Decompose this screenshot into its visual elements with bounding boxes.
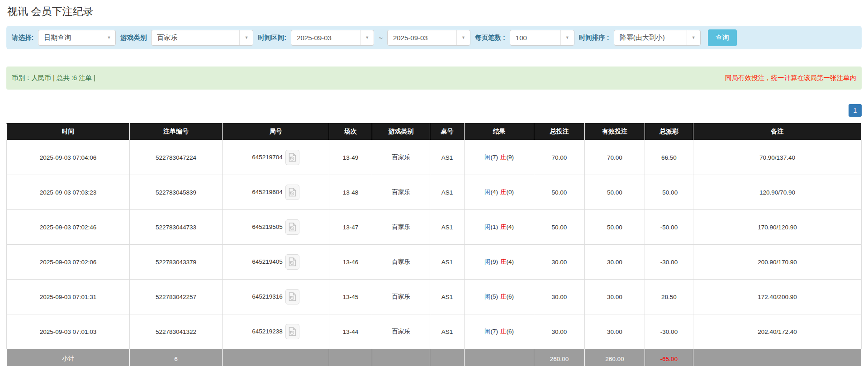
game-category-select[interactable]: 百家乐 ▼ <box>151 30 253 46</box>
subtotal-row: 小计 6 260.00 260.00 -65.00 <box>7 349 862 366</box>
cell-bet-id: 522783043379 <box>130 245 223 280</box>
table-row: 2025-09-03 07:02:06 522783043379 6452194… <box>7 245 862 280</box>
header-cell: 桌号 <box>430 124 465 140</box>
cell-payout: -50.00 <box>645 175 693 210</box>
cell-game-category: 百家乐 <box>372 175 430 210</box>
cell-total-bet-link[interactable]: 30.00 <box>534 314 585 349</box>
date-from-select[interactable]: 2025-09-03 ▼ <box>291 30 374 46</box>
cell-table-no: AS1 <box>430 280 465 314</box>
cell-total-bet-link[interactable]: 50.00 <box>534 210 585 245</box>
cell-total-bet-link[interactable]: 30.00 <box>534 280 585 314</box>
query-type-select[interactable]: 日期查询 ▼ <box>38 30 116 46</box>
cell-bet-id: 522783045839 <box>130 175 223 210</box>
result-player-label: 闲 <box>484 154 491 161</box>
video-file-icon <box>289 292 296 301</box>
cell-valid-bet: 30.00 <box>585 280 645 314</box>
cell-total-bet-link[interactable]: 50.00 <box>534 175 585 210</box>
result-banker-score: (6) <box>507 293 514 300</box>
cell-bet-id: 522783042257 <box>130 280 223 314</box>
subtotal-count: 6 <box>130 349 223 366</box>
page-1-button[interactable]: 1 <box>849 104 862 117</box>
cell-valid-bet: 50.00 <box>585 210 645 245</box>
cell-round-id: 645219704 <box>223 140 329 175</box>
cell-remark: 172.40/200.90 <box>693 280 862 314</box>
video-replay-button[interactable] <box>285 289 299 304</box>
cell-payout: -30.00 <box>645 314 693 349</box>
result-banker-score: (4) <box>507 258 514 265</box>
page-size-label: 每页笔数 : <box>475 33 505 42</box>
date-to-value: 2025-09-03 <box>388 30 456 45</box>
chevron-down-icon: ▼ <box>102 30 115 45</box>
cell-remark: 202.40/172.40 <box>693 314 862 349</box>
filter-bar: 请选择: 日期查询 ▼ 游戏类别 百家乐 ▼ 时间区间: 2025-09-03 … <box>6 26 862 49</box>
round-id-text: 645219238 <box>252 328 283 335</box>
header-cell: 有效投注 <box>585 124 645 140</box>
header-cell: 注单编号 <box>130 124 223 140</box>
cell-valid-bet: 30.00 <box>585 314 645 349</box>
result-banker-score: (9) <box>507 154 514 161</box>
cell-payout: -50.00 <box>645 210 693 245</box>
chevron-down-icon: ▼ <box>687 30 700 45</box>
header-cell: 结果 <box>465 124 534 140</box>
cell-total-bet-link[interactable]: 70.00 <box>534 140 585 175</box>
chevron-down-icon: ▼ <box>239 30 253 45</box>
page: 视讯 会员下注纪录 请选择: 日期查询 ▼ 游戏类别 百家乐 ▼ 时间区间: 2… <box>0 0 868 366</box>
cell-session: 13-45 <box>329 280 372 314</box>
cell-session: 13-47 <box>329 210 372 245</box>
video-replay-button[interactable] <box>285 185 299 200</box>
header-cell: 总派彩 <box>645 124 693 140</box>
page-size-value: 100 <box>510 30 560 45</box>
search-button[interactable]: 查询 <box>708 29 737 46</box>
cell-result: 闲(1)庄(4) <box>465 210 534 245</box>
cell-bet-id: 522783041322 <box>130 314 223 349</box>
subtotal-total-bet: 260.00 <box>534 349 585 366</box>
cell-game-category: 百家乐 <box>372 314 430 349</box>
result-player-score: (7) <box>491 154 498 161</box>
table-row: 2025-09-03 07:03:23 522783045839 6452196… <box>7 175 862 210</box>
table-row: 2025-09-03 07:04:06 522783047224 6452197… <box>7 140 862 175</box>
video-replay-button[interactable] <box>285 324 299 339</box>
game-category-value: 百家乐 <box>152 30 239 45</box>
video-replay-button[interactable] <box>285 254 299 270</box>
video-replay-button[interactable] <box>285 219 299 235</box>
result-player-score: (5) <box>491 293 498 300</box>
cell-payout: -30.00 <box>645 245 693 280</box>
result-banker-score: (0) <box>507 189 514 195</box>
cell-table-no: AS1 <box>430 210 465 245</box>
cell-remark: 170.90/120.90 <box>693 210 862 245</box>
cell-result: 闲(7)庄(9) <box>465 140 534 175</box>
query-type-value: 日期查询 <box>38 30 102 45</box>
result-player-score: (9) <box>491 258 498 265</box>
page-size-select[interactable]: 100 ▼ <box>510 30 574 46</box>
result-player-label: 闲 <box>484 223 491 230</box>
sort-value: 降幂(由大到小) <box>614 30 687 45</box>
result-banker-label: 庄 <box>500 328 507 335</box>
cell-table-no: AS1 <box>430 140 465 175</box>
cell-session: 13-49 <box>329 140 372 175</box>
video-file-icon <box>289 188 296 197</box>
video-file-icon <box>289 327 296 336</box>
cell-game-category: 百家乐 <box>372 280 430 314</box>
cell-remark: 120.90/70.90 <box>693 175 862 210</box>
header-cell: 游戏类别 <box>372 124 430 140</box>
cell-remark: 200.90/170.90 <box>693 245 862 280</box>
cell-result: 闲(4)庄(0) <box>465 175 534 210</box>
cell-game-category: 百家乐 <box>372 245 430 280</box>
result-banker-score: (4) <box>507 223 514 230</box>
cell-round-id: 645219405 <box>223 245 329 280</box>
date-to-select[interactable]: 2025-09-03 ▼ <box>387 30 470 46</box>
result-player-score: (4) <box>491 189 498 195</box>
header-cell: 备注 <box>693 124 862 140</box>
video-file-icon <box>289 257 296 266</box>
video-file-icon <box>289 153 296 162</box>
cell-round-id: 645219316 <box>223 280 329 314</box>
cell-bet-id: 522783047224 <box>130 140 223 175</box>
cell-payout: 66.50 <box>645 140 693 175</box>
video-replay-button[interactable] <box>285 150 299 165</box>
date-from-value: 2025-09-03 <box>291 30 360 45</box>
result-banker-label: 庄 <box>500 223 507 230</box>
result-player-score: (1) <box>491 223 498 230</box>
table-row: 2025-09-03 07:01:03 522783041322 6452192… <box>7 314 862 349</box>
cell-total-bet-link[interactable]: 30.00 <box>534 245 585 280</box>
sort-select[interactable]: 降幂(由大到小) ▼ <box>614 30 701 46</box>
